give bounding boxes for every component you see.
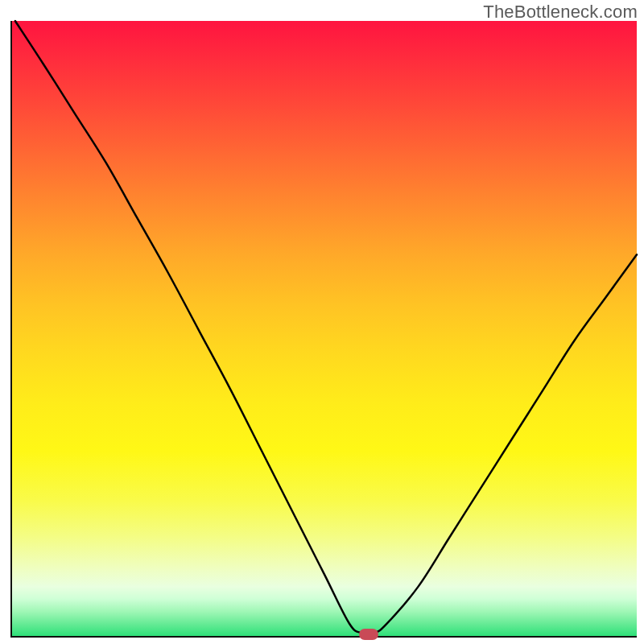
- bottleneck-curve: [12, 21, 637, 636]
- optimum-marker: [359, 629, 378, 640]
- watermark-text: TheBottleneck.com: [483, 2, 638, 23]
- plot-area: [10, 21, 637, 638]
- chart-frame: TheBottleneck.com: [0, 0, 644, 644]
